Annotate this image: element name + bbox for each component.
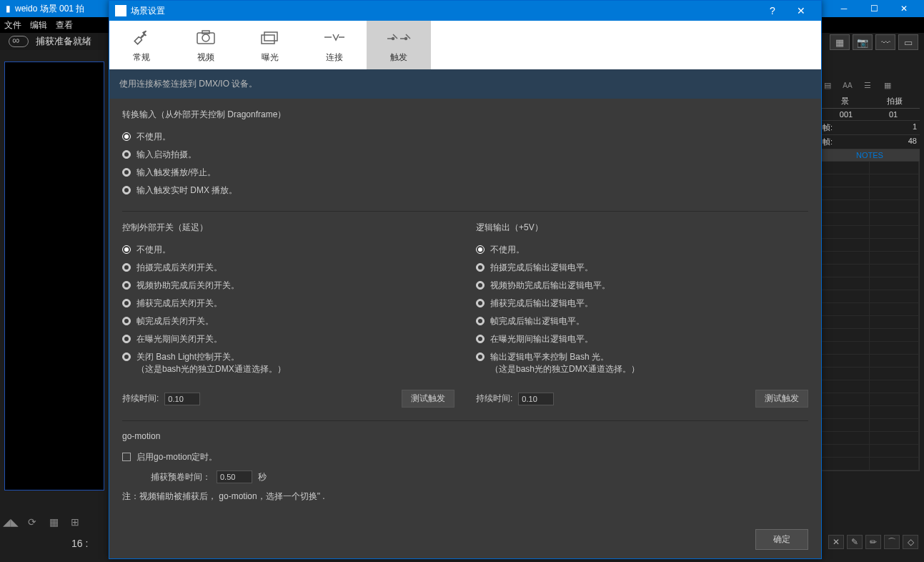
s3-radio-2[interactable]: [476, 281, 485, 290]
help-icon[interactable]: ?: [758, 5, 787, 16]
mode-audio-icon[interactable]: 〰: [875, 34, 895, 50]
roll-input[interactable]: [217, 470, 252, 483]
rp-scene-val: 001: [823, 110, 870, 119]
bottom-toolbar: ◢◣ ⟳ ▦ ⊞: [3, 516, 83, 528]
tab-trigger[interactable]: 触发: [367, 21, 431, 69]
svg-rect-3: [262, 35, 274, 44]
info-banner: 使用连接标签连接到 DMX/IO 设备。: [109, 69, 821, 99]
s2-opt-5: 在曝光期间关闭开关。: [136, 333, 222, 345]
gomotion-checkbox[interactable]: [122, 453, 131, 461]
canvas-area[interactable]: [4, 61, 104, 490]
gomotion-check-label: 启用go-motion定时。: [136, 451, 217, 463]
svg-point-12: [405, 37, 407, 39]
s3-test-button[interactable]: 测试触发: [755, 390, 808, 408]
s1-radio-2[interactable]: [122, 168, 131, 177]
dialog-title: 场景设置: [131, 5, 165, 17]
menu-file[interactable]: 文件: [4, 19, 21, 31]
s2-duration-input[interactable]: [164, 393, 200, 405]
tab-exposure-label: 曝光: [262, 51, 279, 64]
tab-video-label: 视频: [197, 51, 214, 64]
right-panel: ▤ AA ☰ ▦ 景 拍摄 001 01 帧:1 帧:48 NOTES: [820, 79, 920, 471]
btm-clear-icon[interactable]: ✕: [828, 535, 844, 549]
mode-camera-icon[interactable]: 📷: [853, 34, 873, 50]
s2-test-button[interactable]: 测试触发: [402, 390, 454, 408]
btm-edit-icon[interactable]: ✎: [847, 535, 863, 549]
s3-radio-3[interactable]: [476, 299, 485, 307]
btm-brush-icon[interactable]: ✏: [865, 535, 881, 549]
rp-frame-label-2: 帧:: [823, 137, 833, 147]
s3-radio-1[interactable]: [476, 263, 485, 272]
s2-radio-3[interactable]: [122, 299, 131, 307]
layout-icon[interactable]: ⊞: [67, 516, 83, 528]
s2-radio-0[interactable]: [122, 245, 131, 254]
s2-opt-0: 不使用。: [136, 244, 171, 256]
notes-grid[interactable]: [820, 161, 920, 471]
rp-frame-val-2: 48: [908, 137, 917, 147]
tab-connection[interactable]: 连接: [302, 21, 367, 69]
svg-point-9: [392, 37, 394, 39]
s2-opt-4: 帧完成后关闭开关。: [136, 315, 214, 327]
s1-radio-3[interactable]: [122, 186, 131, 194]
s3-opt-3: 捕获完成后输出逻辑电平。: [490, 297, 593, 310]
s2-opt-6: 关闭 Bash Light控制开关。 （这是bash光的独立DMX通道选择。）: [136, 351, 286, 375]
section1-radios: 不使用。 输入启动拍摄。 输入触发播放/停止。 输入触发实时 DMX 播放。: [122, 128, 808, 199]
s3-radio-5[interactable]: [476, 335, 485, 343]
frame-number: 16 :: [71, 538, 88, 549]
s2-radio-4[interactable]: [122, 317, 131, 325]
tab-general[interactable]: 常规: [109, 21, 174, 69]
section3-title: 逻辑输出（+5V）: [476, 222, 808, 234]
menu-edit[interactable]: 编辑: [30, 19, 47, 31]
section3-column: 逻辑输出（+5V） 不使用。 拍摄完成后输出逻辑电平。 视频协助完成后输出逻辑电…: [476, 222, 808, 408]
s3-radio-4[interactable]: [476, 317, 485, 325]
mode-icon-1[interactable]: ▦: [830, 34, 850, 50]
s2-radio-5[interactable]: [122, 335, 131, 343]
trigger-icon: [386, 27, 412, 47]
s3-opt-1: 拍摄完成后输出逻辑电平。: [490, 262, 593, 274]
close-icon[interactable]: ✕: [787, 5, 815, 16]
rp-tab-shoot[interactable]: 拍摄: [870, 94, 920, 108]
tab-exposure[interactable]: 曝光: [238, 21, 302, 69]
camera-icon: [196, 27, 216, 47]
rp-list-icon[interactable]: ☰: [860, 79, 875, 92]
rp-tab-scene[interactable]: 景: [820, 94, 870, 108]
notes-header: NOTES: [820, 149, 920, 161]
s3-radio-0[interactable]: [476, 245, 485, 254]
bg-maximize-icon[interactable]: ☐: [860, 4, 888, 14]
rp-text-icon[interactable]: AA: [840, 79, 855, 92]
s2-radio-6[interactable]: [122, 353, 131, 361]
tab-video[interactable]: 视频: [174, 21, 238, 69]
btm-curve-icon[interactable]: ⌒: [884, 535, 900, 549]
dialog-body: 转换输入（从外部开关控制 Dragonframe） 不使用。 输入启动拍摄。 输…: [109, 99, 821, 521]
s2-radio-1[interactable]: [122, 263, 131, 272]
s2-opt-3: 捕获完成后关闭开关。: [136, 297, 222, 310]
flip-icon[interactable]: ◢◣: [3, 516, 19, 528]
s3-duration-input[interactable]: [518, 393, 554, 405]
dialog-titlebar[interactable]: 场景设置 ? ✕: [109, 1, 821, 21]
rp-icon-1[interactable]: ▤: [820, 79, 835, 92]
section1-title: 转换输入（从外部开关控制 Dragonframe）: [122, 109, 808, 121]
s2-opt-2: 视频协助完成后关闭开关。: [136, 280, 239, 292]
rp-frame-val-1: 1: [913, 122, 917, 133]
bg-title: weido 场景 001 拍: [15, 3, 84, 15]
s1-radio-1[interactable]: [122, 150, 131, 159]
rp-grid-icon[interactable]: ▦: [880, 79, 895, 92]
ok-button[interactable]: 确定: [755, 529, 808, 550]
mode-icon-4[interactable]: ▭: [898, 34, 918, 50]
menu-view[interactable]: 查看: [56, 19, 73, 31]
btm-eraser-icon[interactable]: ◇: [903, 535, 918, 549]
s1-opt-1: 输入启动拍摄。: [136, 149, 197, 161]
s2-duration-label: 持续时间:: [122, 393, 159, 405]
s3-radio-6[interactable]: [476, 353, 485, 361]
rp-shoot-val: 01: [870, 110, 917, 119]
loop-icon[interactable]: [9, 36, 29, 47]
bg-close-icon[interactable]: ✕: [890, 4, 918, 14]
svg-rect-4: [264, 32, 277, 41]
tab-trigger-label: 触发: [390, 51, 407, 64]
refresh-icon[interactable]: ⟳: [24, 516, 40, 528]
bg-minimize-icon[interactable]: ─: [830, 4, 858, 14]
s1-radio-0[interactable]: [122, 132, 131, 141]
s1-opt-3: 输入触发实时 DMX 播放。: [136, 184, 237, 197]
grid-icon[interactable]: ▦: [46, 516, 61, 528]
s2-radio-2[interactable]: [122, 281, 131, 290]
status-text: 捕获准备就绪: [36, 35, 91, 48]
